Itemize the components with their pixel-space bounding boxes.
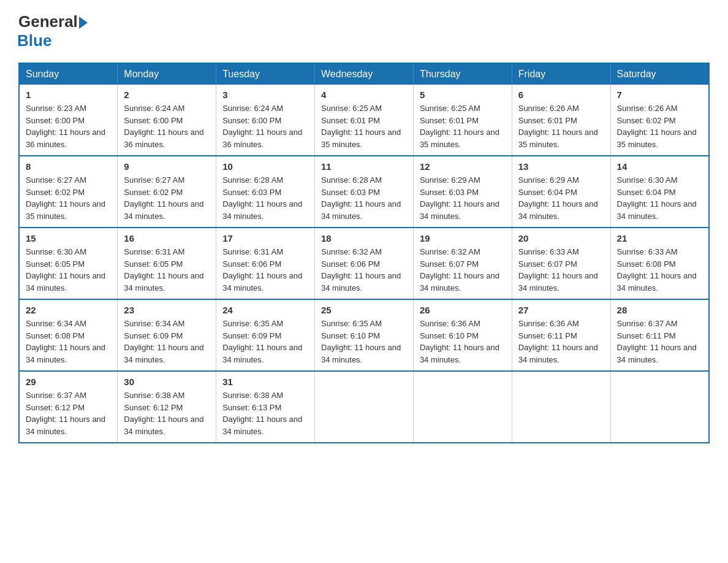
day-info: Sunrise: 6:32 AMSunset: 6:06 PMDaylight:… xyxy=(321,246,407,294)
day-info: Sunrise: 6:26 AMSunset: 6:01 PMDaylight:… xyxy=(518,102,604,150)
day-number: 8 xyxy=(26,161,111,172)
day-number: 17 xyxy=(222,233,308,243)
day-info: Sunrise: 6:27 AMSunset: 6:02 PMDaylight:… xyxy=(26,174,111,222)
day-info: Sunrise: 6:29 AMSunset: 6:04 PMDaylight:… xyxy=(518,174,604,222)
day-info: Sunrise: 6:31 AMSunset: 6:06 PMDaylight:… xyxy=(222,246,308,294)
calendar-header-cell: Wednesday xyxy=(315,63,414,85)
day-info: Sunrise: 6:37 AMSunset: 6:11 PMDaylight:… xyxy=(617,318,702,366)
day-info: Sunrise: 6:24 AMSunset: 6:00 PMDaylight:… xyxy=(222,102,308,150)
calendar-day-cell: 12Sunrise: 6:29 AMSunset: 6:03 PMDayligh… xyxy=(413,156,512,228)
day-number: 25 xyxy=(321,305,407,315)
calendar-week-row: 1Sunrise: 6:23 AMSunset: 6:00 PMDaylight… xyxy=(19,85,709,156)
calendar-day-cell: 25Sunrise: 6:35 AMSunset: 6:10 PMDayligh… xyxy=(315,299,414,371)
calendar-day-cell: 7Sunrise: 6:26 AMSunset: 6:02 PMDaylight… xyxy=(610,85,709,156)
day-info: Sunrise: 6:33 AMSunset: 6:07 PMDaylight:… xyxy=(518,246,604,294)
calendar-header-cell: Friday xyxy=(512,63,610,85)
day-number: 9 xyxy=(124,161,210,172)
day-info: Sunrise: 6:36 AMSunset: 6:10 PMDaylight:… xyxy=(420,318,506,366)
day-number: 28 xyxy=(617,305,702,315)
day-info: Sunrise: 6:30 AMSunset: 6:04 PMDaylight:… xyxy=(617,174,702,222)
calendar-day-cell: 21Sunrise: 6:33 AMSunset: 6:08 PMDayligh… xyxy=(610,228,709,299)
day-number: 6 xyxy=(518,90,604,100)
calendar-day-cell: 3Sunrise: 6:24 AMSunset: 6:00 PMDaylight… xyxy=(216,85,315,156)
day-number: 11 xyxy=(321,161,407,172)
logo: General Blue xyxy=(18,12,88,50)
day-number: 15 xyxy=(26,233,111,243)
calendar-table: SundayMondayTuesdayWednesdayThursdayFrid… xyxy=(18,63,710,443)
day-number: 13 xyxy=(518,161,604,172)
day-number: 23 xyxy=(124,305,210,315)
calendar-week-row: 15Sunrise: 6:30 AMSunset: 6:05 PMDayligh… xyxy=(19,228,709,299)
day-number: 21 xyxy=(617,233,702,243)
calendar-day-cell: 20Sunrise: 6:33 AMSunset: 6:07 PMDayligh… xyxy=(512,228,610,299)
day-info: Sunrise: 6:35 AMSunset: 6:10 PMDaylight:… xyxy=(321,318,407,366)
calendar-day-cell: 13Sunrise: 6:29 AMSunset: 6:04 PMDayligh… xyxy=(512,156,610,228)
day-info: Sunrise: 6:29 AMSunset: 6:03 PMDaylight:… xyxy=(420,174,506,222)
day-info: Sunrise: 6:31 AMSunset: 6:05 PMDaylight:… xyxy=(124,246,210,294)
calendar-day-cell xyxy=(315,371,414,443)
calendar-header-cell: Monday xyxy=(118,63,216,85)
day-info: Sunrise: 6:35 AMSunset: 6:09 PMDaylight:… xyxy=(222,318,308,366)
calendar-day-cell: 14Sunrise: 6:30 AMSunset: 6:04 PMDayligh… xyxy=(610,156,709,228)
day-info: Sunrise: 6:24 AMSunset: 6:00 PMDaylight:… xyxy=(124,102,210,150)
day-number: 24 xyxy=(222,305,308,315)
day-number: 18 xyxy=(321,233,407,243)
day-number: 12 xyxy=(420,161,506,172)
day-number: 27 xyxy=(518,305,604,315)
calendar-day-cell: 10Sunrise: 6:28 AMSunset: 6:03 PMDayligh… xyxy=(216,156,315,228)
calendar-day-cell: 24Sunrise: 6:35 AMSunset: 6:09 PMDayligh… xyxy=(216,299,315,371)
calendar-day-cell: 30Sunrise: 6:38 AMSunset: 6:12 PMDayligh… xyxy=(118,371,216,443)
calendar-header-cell: Thursday xyxy=(413,63,512,85)
calendar-day-cell: 23Sunrise: 6:34 AMSunset: 6:09 PMDayligh… xyxy=(118,299,216,371)
calendar-day-cell: 18Sunrise: 6:32 AMSunset: 6:06 PMDayligh… xyxy=(315,228,414,299)
day-number: 20 xyxy=(518,233,604,243)
calendar-day-cell xyxy=(610,371,709,443)
day-number: 30 xyxy=(124,377,210,387)
logo-arrow-icon xyxy=(79,17,88,29)
day-number: 1 xyxy=(26,90,111,100)
page-header: General Blue xyxy=(18,12,710,50)
calendar-week-row: 8Sunrise: 6:27 AMSunset: 6:02 PMDaylight… xyxy=(19,156,709,228)
day-info: Sunrise: 6:28 AMSunset: 6:03 PMDaylight:… xyxy=(222,174,308,222)
calendar-header-cell: Tuesday xyxy=(216,63,315,85)
calendar-week-row: 29Sunrise: 6:37 AMSunset: 6:12 PMDayligh… xyxy=(19,371,709,443)
calendar-day-cell xyxy=(512,371,610,443)
calendar-day-cell: 17Sunrise: 6:31 AMSunset: 6:06 PMDayligh… xyxy=(216,228,315,299)
day-info: Sunrise: 6:25 AMSunset: 6:01 PMDaylight:… xyxy=(321,102,407,150)
calendar-day-cell: 31Sunrise: 6:38 AMSunset: 6:13 PMDayligh… xyxy=(216,371,315,443)
day-info: Sunrise: 6:34 AMSunset: 6:09 PMDaylight:… xyxy=(124,318,210,366)
day-info: Sunrise: 6:37 AMSunset: 6:12 PMDaylight:… xyxy=(26,389,111,437)
calendar-day-cell: 9Sunrise: 6:27 AMSunset: 6:02 PMDaylight… xyxy=(118,156,216,228)
calendar-header-row: SundayMondayTuesdayWednesdayThursdayFrid… xyxy=(19,63,709,85)
calendar-day-cell: 27Sunrise: 6:36 AMSunset: 6:11 PMDayligh… xyxy=(512,299,610,371)
day-info: Sunrise: 6:30 AMSunset: 6:05 PMDaylight:… xyxy=(26,246,111,294)
day-number: 16 xyxy=(124,233,210,243)
calendar-day-cell: 22Sunrise: 6:34 AMSunset: 6:08 PMDayligh… xyxy=(19,299,118,371)
calendar-day-cell: 5Sunrise: 6:25 AMSunset: 6:01 PMDaylight… xyxy=(413,85,512,156)
day-number: 4 xyxy=(321,90,407,100)
calendar-day-cell: 8Sunrise: 6:27 AMSunset: 6:02 PMDaylight… xyxy=(19,156,118,228)
calendar-day-cell: 2Sunrise: 6:24 AMSunset: 6:00 PMDaylight… xyxy=(118,85,216,156)
day-info: Sunrise: 6:33 AMSunset: 6:08 PMDaylight:… xyxy=(617,246,702,294)
day-info: Sunrise: 6:36 AMSunset: 6:11 PMDaylight:… xyxy=(518,318,604,366)
day-number: 7 xyxy=(617,90,702,100)
day-info: Sunrise: 6:34 AMSunset: 6:08 PMDaylight:… xyxy=(26,318,111,366)
calendar-week-row: 22Sunrise: 6:34 AMSunset: 6:08 PMDayligh… xyxy=(19,299,709,371)
day-number: 31 xyxy=(222,377,308,387)
day-number: 22 xyxy=(26,305,111,315)
calendar-day-cell: 11Sunrise: 6:28 AMSunset: 6:03 PMDayligh… xyxy=(315,156,414,228)
calendar-header-cell: Sunday xyxy=(19,63,118,85)
day-number: 2 xyxy=(124,90,210,100)
day-number: 26 xyxy=(420,305,506,315)
calendar-header-cell: Saturday xyxy=(610,63,709,85)
logo-general-text: General xyxy=(18,12,78,31)
calendar-day-cell: 26Sunrise: 6:36 AMSunset: 6:10 PMDayligh… xyxy=(413,299,512,371)
day-info: Sunrise: 6:38 AMSunset: 6:12 PMDaylight:… xyxy=(124,389,210,437)
day-number: 10 xyxy=(222,161,308,172)
day-number: 19 xyxy=(420,233,506,243)
day-info: Sunrise: 6:23 AMSunset: 6:00 PMDaylight:… xyxy=(26,102,111,150)
calendar-day-cell xyxy=(413,371,512,443)
calendar-day-cell: 4Sunrise: 6:25 AMSunset: 6:01 PMDaylight… xyxy=(315,85,414,156)
calendar-day-cell: 28Sunrise: 6:37 AMSunset: 6:11 PMDayligh… xyxy=(610,299,709,371)
day-number: 5 xyxy=(420,90,506,100)
